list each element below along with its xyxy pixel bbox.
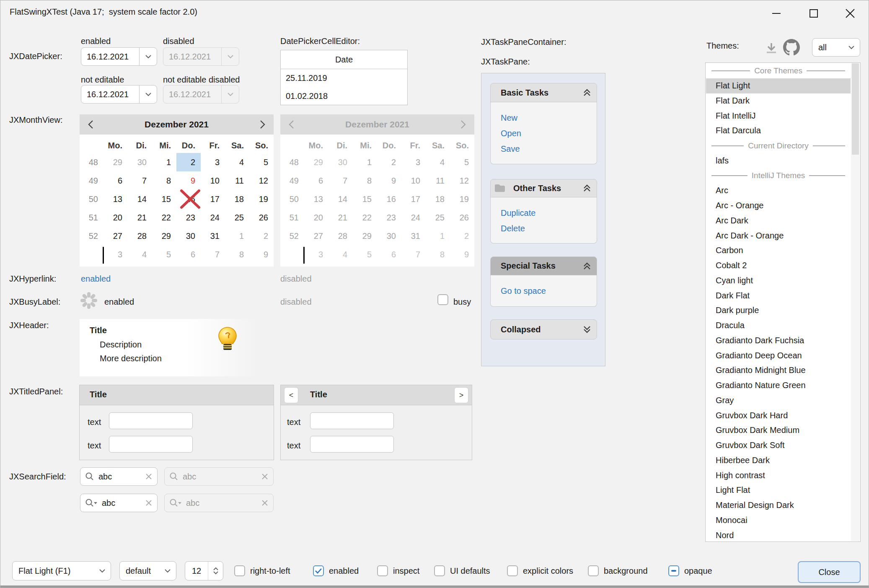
next-month-button[interactable] [258, 120, 268, 129]
day-cell[interactable]: 20 [103, 208, 128, 227]
day-cell[interactable]: 28 [128, 227, 152, 245]
hyperlink-enabled[interactable]: enabled [81, 273, 111, 284]
task-link[interactable]: Go to space [501, 283, 597, 299]
laf-combo[interactable]: Flat Light (F1) [12, 561, 111, 580]
day-cell[interactable]: 3 [103, 245, 128, 264]
search-icon[interactable] [85, 498, 98, 508]
theme-item[interactable]: Light Flat [706, 483, 851, 498]
theme-item[interactable]: Gradianto Nature Green [706, 378, 851, 393]
theme-item[interactable]: Dark Flat [706, 288, 851, 303]
day-cell[interactable]: 8 [152, 171, 176, 190]
theme-item[interactable]: Monocai [706, 513, 851, 528]
day-cell[interactable]: 21 [128, 208, 152, 227]
theme-item[interactable]: High contrast [706, 468, 851, 483]
opaque-checkbox[interactable] [668, 565, 679, 576]
day-cell[interactable]: 4 [225, 153, 249, 171]
theme-item[interactable]: Flat Darcula [706, 123, 851, 138]
theme-item[interactable]: Gradianto Deep Ocean [706, 348, 851, 363]
theme-item[interactable]: Cyan light [706, 273, 851, 288]
datepicker-not-editable[interactable]: 16.12.2021 [81, 85, 157, 104]
task-link[interactable]: Open [501, 126, 597, 141]
day-cell[interactable]: 30 [128, 153, 152, 171]
font-size-spinner[interactable]: 12 [185, 561, 223, 580]
taskpane-header-basic-tasks[interactable]: Basic Tasks [490, 83, 597, 102]
taskpane-header-special-tasks[interactable]: Special Tasks [490, 256, 597, 275]
download-icon[interactable] [765, 41, 778, 55]
datepicker-cell-editor-table[interactable]: Date 25.11.2019 01.02.2018 [280, 50, 408, 105]
theme-item[interactable]: lafs [706, 153, 851, 168]
day-cell[interactable]: 25 [225, 208, 249, 227]
day-cell[interactable]: 8 [225, 245, 249, 264]
day-cell[interactable]: 1 [225, 227, 249, 245]
day-cell[interactable]: 5 [249, 153, 274, 171]
prev-month-button[interactable] [85, 120, 96, 129]
day-cell[interactable]: 6 [103, 171, 128, 190]
scrollbar-thumb[interactable] [852, 63, 859, 155]
day-cell[interactable]: 13 [103, 190, 128, 208]
font-combo[interactable]: default [119, 561, 176, 580]
datepicker-enabled[interactable]: 16.12.2021 [81, 47, 157, 66]
theme-item[interactable]: Flat Light [706, 78, 851, 93]
theme-item[interactable]: Dracula [706, 318, 851, 333]
theme-item[interactable]: Arc - Orange [706, 198, 851, 213]
day-cell[interactable]: 3 [201, 153, 225, 171]
task-link[interactable]: Delete [501, 221, 597, 236]
day-cell[interactable]: 6 [176, 245, 201, 264]
theme-item[interactable]: Gruvbox Dark Soft [706, 438, 851, 453]
day-cell[interactable]: 18 [225, 190, 249, 208]
theme-item[interactable]: Arc Dark [706, 213, 851, 228]
font-size-value[interactable]: 12 [185, 562, 208, 580]
day-cell[interactable]: 10 [201, 171, 225, 190]
task-link[interactable]: Save [501, 141, 597, 157]
day-cell[interactable]: 11 [225, 171, 249, 190]
clear-icon[interactable] [145, 500, 152, 506]
theme-item[interactable]: Carbon [706, 243, 851, 258]
text-input[interactable] [109, 412, 193, 429]
theme-item[interactable]: Cobalt 2 [706, 258, 851, 273]
spinner-arrows[interactable] [208, 562, 223, 580]
maximize-button[interactable] [804, 4, 823, 23]
expand-chevron-icon[interactable] [582, 325, 592, 334]
theme-item[interactable]: Flat Dark [706, 93, 851, 109]
text-input[interactable] [310, 436, 394, 453]
day-cell[interactable]: 7 [128, 171, 152, 190]
theme-item[interactable]: Arc [706, 183, 851, 198]
right-to-left-checkbox[interactable] [234, 565, 245, 576]
theme-item[interactable]: Arc Dark - Orange [706, 228, 851, 243]
day-cell[interactable]: 29 [152, 227, 176, 245]
day-cell[interactable]: 2 [176, 153, 201, 171]
task-link[interactable]: Duplicate [501, 205, 597, 221]
day-cell[interactable]: 16 [176, 190, 201, 208]
theme-item[interactable]: Gradianto Dark Fuchsia [706, 333, 851, 348]
collapse-chevron-icon[interactable] [582, 184, 592, 192]
close-button[interactable]: Close [798, 561, 861, 583]
day-cell[interactable]: 5 [152, 245, 176, 264]
monthview-enabled[interactable]: Dezember 2021Mo.Di.Mi.Do.Fr.Sa.So.482930… [80, 114, 274, 267]
day-cell[interactable]: 7 [201, 245, 225, 264]
background-checkbox[interactable] [588, 565, 599, 576]
scrollbar-track[interactable] [851, 63, 860, 541]
day-cell[interactable]: 31 [201, 227, 225, 245]
datepicker-dropdown-button[interactable] [139, 48, 157, 65]
text-input[interactable] [109, 436, 193, 453]
datepicker-value[interactable]: 16.12.2021 [81, 48, 139, 65]
prev-button[interactable]: < [284, 387, 298, 403]
explicit-colors-checkbox[interactable] [507, 565, 518, 576]
theme-item[interactable]: Gruvbox Dark Hard [706, 408, 851, 423]
taskpane-header-collapsed[interactable]: Collapsed [490, 319, 597, 339]
datepicker-dropdown-button[interactable] [139, 85, 157, 103]
day-cell[interactable]: 2 [249, 227, 274, 245]
enabled-checkbox[interactable] [313, 565, 324, 576]
day-cell[interactable]: 19 [249, 190, 274, 208]
day-cell[interactable]: 12 [249, 171, 274, 190]
theme-item[interactable]: Gruvbox Dark Medium [706, 423, 851, 438]
theme-item[interactable]: Gradianto Midnight Blue [706, 363, 851, 378]
day-cell[interactable]: 1 [152, 153, 176, 171]
next-button[interactable]: > [454, 387, 468, 403]
text-input[interactable] [310, 412, 394, 429]
github-icon[interactable] [783, 39, 800, 56]
day-cell[interactable]: 17 [201, 190, 225, 208]
day-cell[interactable]: 9 [249, 245, 274, 264]
collapse-chevron-icon[interactable] [582, 88, 592, 97]
day-cell[interactable]: 4 [128, 245, 152, 264]
